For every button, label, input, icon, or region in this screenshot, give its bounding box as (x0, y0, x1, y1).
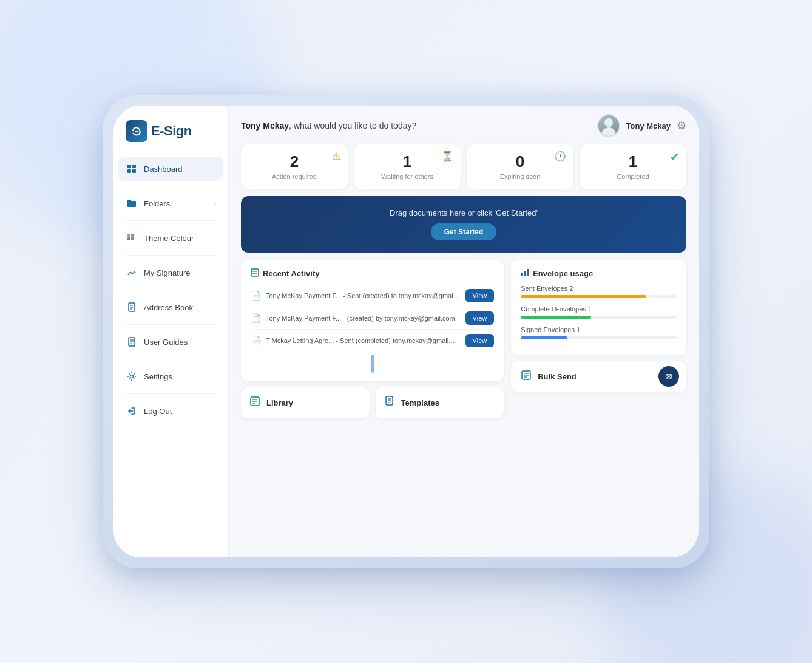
right-panel: Envelope usage Sent Envelopes 2 Complete… (511, 260, 686, 550)
completed-number: 1 (629, 153, 637, 171)
completed-label: Completed (617, 173, 649, 180)
svg-rect-17 (251, 269, 259, 276)
usage-item-signed: Signed Envelopes 1 (521, 326, 677, 339)
sidebar-item-theme[interactable]: Theme Colour (118, 226, 223, 250)
guides-label: User Guides (144, 338, 188, 347)
sidebar-item-address[interactable]: Address Book (118, 295, 223, 319)
activity-title-icon (251, 268, 259, 279)
nav-divider-5 (126, 324, 216, 325)
tablet-frame: E-Sign Dashboard (103, 95, 709, 568)
action-warning-icon: ⚠ (332, 151, 340, 162)
welcome-name: Tony Mckay (241, 121, 289, 131)
sidebar-item-folders[interactable]: Folders › (118, 191, 223, 216)
svg-rect-3 (132, 169, 136, 173)
library-card[interactable]: Library (241, 387, 370, 418)
action-number: 2 (290, 153, 299, 171)
activity-item-2: 📄 T Mckay Letting Agre... - Sent (comple… (251, 330, 494, 352)
recent-activity-card: Recent Activity 📄 Tony McKay Payment F..… (241, 260, 504, 381)
view-button-2[interactable]: View (465, 334, 495, 347)
logo-text: E-Sign (151, 123, 192, 139)
usage-bar-bg-completed (521, 316, 677, 319)
avatar-image (598, 115, 619, 136)
bulk-send-label: Bulk Send (538, 372, 577, 381)
upload-banner: Drag documents here or click 'Get Starte… (241, 196, 686, 253)
address-label: Address Book (144, 303, 193, 312)
nav-divider-2 (126, 220, 216, 221)
library-label: Library (266, 398, 293, 407)
sidebar-item-guides[interactable]: User Guides (118, 330, 223, 354)
bulk-send-button[interactable]: ✉ (658, 366, 679, 387)
activity-title: Recent Activity (251, 268, 494, 279)
templates-icon (384, 396, 395, 410)
svg-rect-5 (131, 234, 134, 237)
settings-icon (126, 370, 138, 382)
theme-label: Theme Colour (144, 234, 194, 243)
view-button-0[interactable]: View (465, 289, 495, 302)
stats-row: ⚠ 2 Action required ⌛ 1 Waiting for othe… (229, 137, 699, 196)
nav-divider-4 (126, 290, 216, 290)
top-header: Tony Mckay, what would you like to do to… (229, 106, 699, 137)
usage-bar-bg-sent (521, 295, 677, 298)
completed-check-icon: ✔ (670, 151, 679, 164)
theme-icon (126, 232, 138, 244)
activity-text-0: Tony McKay Payment F... - Sent (created)… (266, 292, 461, 299)
nav-divider-1 (126, 186, 216, 186)
templates-card[interactable]: Templates (376, 387, 504, 418)
stat-card-action[interactable]: ⚠ 2 Action required (241, 144, 348, 189)
usage-bar-bg-signed (521, 336, 677, 339)
get-started-button[interactable]: Get Started (431, 223, 497, 240)
main-content: Tony Mckay, what would you like to do to… (229, 106, 699, 557)
settings-gear-icon[interactable]: ⚙ (677, 119, 686, 132)
stat-card-expiring[interactable]: 🕐 0 Expiring soon (467, 144, 573, 189)
activity-item-1: 📄 Tony McKay Payment F... - (created) by… (251, 307, 494, 330)
bulk-send-card[interactable]: Bulk Send ✉ (511, 361, 686, 392)
logo-area: E-Sign (113, 120, 228, 157)
folders-chevron: › (214, 200, 216, 207)
library-icon (249, 396, 260, 410)
waiting-number: 1 (403, 153, 411, 171)
user-name: Tony Mckay (626, 121, 671, 131)
tablet-screen: E-Sign Dashboard (113, 106, 699, 557)
folders-icon (126, 197, 138, 209)
sidebar: E-Sign Dashboard (113, 106, 229, 557)
sidebar-item-logout[interactable]: Log Out (118, 399, 223, 423)
usage-item-sent: Sent Envelopes 2 (521, 285, 677, 298)
envelope-usage-card: Envelope usage Sent Envelopes 2 Complete… (511, 260, 686, 355)
svg-rect-28 (521, 273, 523, 276)
templates-label: Templates (401, 398, 439, 407)
logo-icon (126, 120, 147, 142)
nav-divider-3 (126, 255, 216, 256)
expiring-clock-icon: 🕐 (554, 151, 566, 162)
address-icon (126, 301, 138, 313)
usage-bar-fill-completed (521, 316, 591, 319)
dashboard-icon (126, 163, 138, 175)
sidebar-item-signature[interactable]: My Signature (118, 260, 223, 285)
welcome-message: Tony Mckay, what would you like to do to… (241, 121, 416, 131)
usage-bar-fill-signed (521, 336, 567, 339)
folders-label: Folders (144, 199, 170, 208)
bulk-send-button-icon: ✉ (665, 372, 672, 381)
stat-card-completed[interactable]: ✔ 1 Completed (580, 144, 686, 189)
usage-label-signed: Signed Envelopes 1 (521, 326, 677, 333)
signature-icon (126, 267, 138, 279)
view-button-1[interactable]: View (465, 311, 495, 325)
activity-text-1: Tony McKay Payment F... - (created) by t… (266, 314, 461, 322)
svg-rect-6 (127, 237, 130, 240)
sidebar-item-dashboard[interactable]: Dashboard (118, 157, 223, 181)
settings-label: Settings (144, 372, 172, 381)
nav-items: Dashboard Folders › (113, 157, 228, 548)
signature-label: My Signature (144, 268, 191, 277)
nav-divider-6 (126, 359, 216, 359)
activity-title-text: Recent Activity (263, 269, 319, 278)
doc-icon-1: 📄 (251, 313, 261, 323)
sidebar-item-settings[interactable]: Settings (118, 364, 223, 389)
usage-item-completed: Completed Envelopes 1 (521, 305, 677, 319)
svg-point-16 (130, 375, 134, 378)
avatar (597, 114, 620, 137)
usage-chart-icon (521, 268, 529, 279)
expiring-label: Expiring soon (500, 173, 541, 180)
expiring-number: 0 (516, 153, 524, 171)
stat-card-waiting[interactable]: ⌛ 1 Waiting for others (354, 144, 461, 189)
user-area: Tony Mckay ⚙ (597, 114, 686, 137)
usage-bar-fill-sent (521, 295, 645, 298)
